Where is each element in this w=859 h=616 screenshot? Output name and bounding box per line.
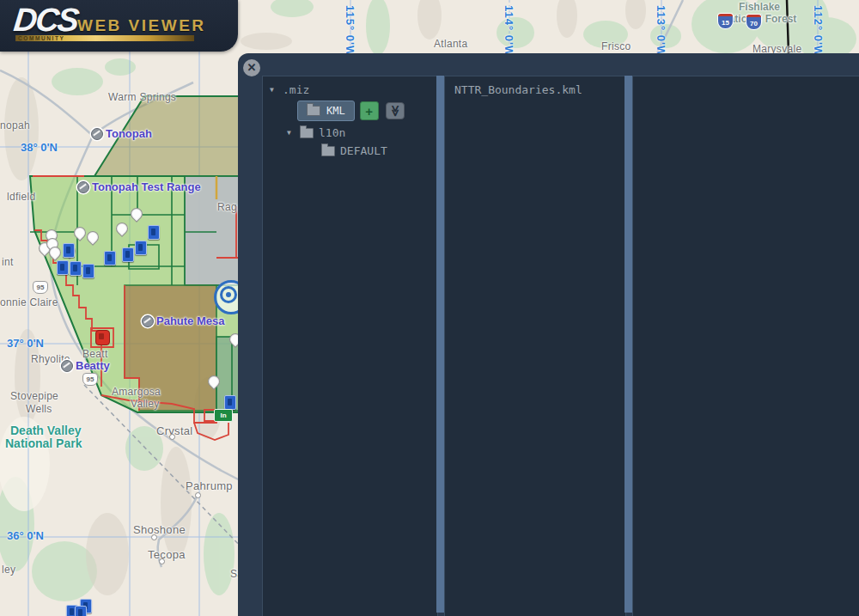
map-pin[interactable] [84,229,101,246]
app-window: 38° 0'N37° 0'N36° 0'N115° 0'W114° 0'W113… [0,0,859,616]
blue-marker[interactable] [104,251,116,265]
area-label: Tonopah [91,127,152,140]
red-marker[interactable] [95,330,110,345]
kml-chip-label: KML [326,105,345,117]
town-label: int [2,256,14,268]
coordinate-label: 36° 0'N [7,529,44,542]
route-shield: 95 [82,373,98,386]
caret-down-icon[interactable]: ▼ [270,86,277,94]
blue-marker[interactable] [70,261,82,276]
logo-community-label: COMMUNITY [18,35,64,41]
town-label: ley [2,564,15,576]
town-label: Shoshone [133,523,186,536]
tree-folder-label: DEFAULT [340,144,387,157]
blue-marker[interactable] [82,264,94,278]
column-divider[interactable] [624,76,632,613]
map-pin[interactable] [128,205,145,223]
blue-marker[interactable] [224,395,236,410]
double-chevron-down-icon: ≫ [387,105,403,117]
tree-node-default[interactable]: DEFAULT [321,144,437,157]
town-label: Warm Springs [108,91,176,103]
folder-icon [307,106,320,116]
park-label: Fishlake [739,1,780,13]
folder-icon [321,146,335,156]
town-label: Atlanta [434,38,467,50]
park-label: National Park [5,436,82,450]
dcs-logo: DCS [12,2,80,39]
town-label: Beatt [82,348,108,360]
town-label: Rag [217,201,237,213]
area-label: Pahute Mesa [142,314,224,327]
town-label: Amargosa [112,386,161,398]
header: DCS COMMUNITY WEB VIEWER [0,0,238,52]
area-label: Tonopah Test Range [77,180,201,193]
airbase-icon [142,315,154,327]
mission-browser-panel: ✕ ▼ .miz KML + ≫ ▼ l10n [238,53,859,616]
park-label: Death Valley [10,424,82,437]
file-list-column: NTTR_Boundaries.kml [444,76,626,616]
tree-node-miz[interactable]: ▼ .miz [270,83,437,96]
town-label: Valley [131,398,160,410]
area-label-text: Beatty [76,359,110,372]
route-shield: 95 [33,281,48,294]
area-label-text: Pahute Mesa [156,314,224,327]
town-label: Pahrump [186,479,233,492]
city-dot [195,492,201,498]
route-shield: 70 [746,15,761,29]
city-dot [159,558,165,564]
town-label: nopah [0,119,30,131]
blue-marker[interactable] [148,225,160,240]
town-label: Wells [26,403,52,415]
town-label: Stovepipe [10,390,58,402]
add-button[interactable]: + [360,101,379,120]
area-label: Beatty [61,359,110,372]
blue-marker[interactable] [122,247,134,262]
town-label: Tecopa [148,548,186,561]
area-label-text: Tonopah Test Range [92,180,201,193]
app-title: WEB VIEWER [77,16,206,35]
tree-node-l10n[interactable]: ▼ l10n [287,126,437,139]
city-dot [151,534,157,540]
blue-marker[interactable] [135,241,147,255]
airbase-icon [77,181,89,193]
blue-marker[interactable] [75,606,87,616]
route-shield: 15 [718,14,733,28]
tree-folder-label: l10n [319,126,345,139]
airbase-icon [91,128,103,140]
caret-down-icon[interactable]: ▼ [287,129,295,137]
blue-marker[interactable] [63,243,75,258]
coordinate-label: 38° 0'N [21,141,58,154]
folder-icon [300,128,314,138]
tree-column: ▼ .miz KML + ≫ ▼ l10n DEFAULT [262,76,438,616]
tree-root-label: .miz [283,83,309,96]
column-divider[interactable] [436,76,444,613]
town-label: onnie Claire [0,296,58,308]
green-marker[interactable]: In [214,409,233,422]
download-button[interactable]: ≫ [386,102,405,119]
file-item[interactable]: NTTR_Boundaries.kml [454,83,625,96]
town-label: Frisco [601,40,631,52]
town-label: ldfield [7,191,35,203]
airbase-icon [61,360,73,372]
coordinate-label: 115° 0'W [344,5,356,57]
map-pin[interactable] [71,224,88,241]
kml-folder-chip[interactable]: KML [297,101,355,121]
blue-marker[interactable] [57,260,69,275]
close-button[interactable]: ✕ [243,59,260,76]
map-pin[interactable] [113,220,131,237]
coordinate-label: 37° 0'N [7,337,44,350]
coordinate-label: 114° 0'W [503,5,515,57]
map-pin[interactable] [205,373,222,390]
coordinate-label: 112° 0'W [812,5,825,57]
area-label-text: Tonopah [106,127,152,140]
coordinate-label: 113° 0'W [655,5,667,57]
content-column [632,76,859,616]
city-dot [169,434,175,440]
tree-node-kml: KML + ≫ [297,101,437,121]
